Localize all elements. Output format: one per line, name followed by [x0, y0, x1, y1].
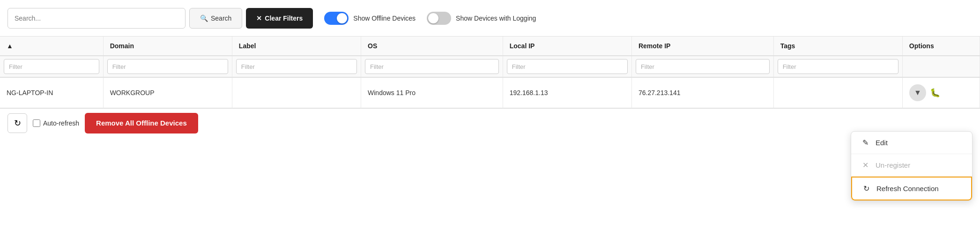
remove-offline-label: Remove All Offline Devices: [96, 119, 187, 127]
refresh-icon: ↻: [14, 118, 21, 128]
cell-os: Windows 11 Pro: [361, 77, 503, 108]
col-header-name[interactable]: ▲: [0, 37, 103, 56]
search-button-label: Search: [211, 15, 231, 22]
col-header-os[interactable]: OS: [361, 37, 503, 56]
refresh-button[interactable]: ↻: [7, 113, 27, 133]
col-header-options: Options: [902, 37, 980, 56]
chevron-down-icon: ▼: [914, 89, 921, 97]
filter-cell-tags: [773, 56, 902, 77]
clear-filters-label: Clear Filters: [265, 15, 303, 22]
clear-filters-button[interactable]: ✕ Clear Filters: [246, 8, 313, 29]
col-header-localip[interactable]: Local IP: [503, 37, 631, 56]
filter-cell-localip: [503, 56, 631, 77]
search-input[interactable]: [7, 8, 186, 29]
show-offline-group: Show Offline Devices: [324, 12, 416, 25]
unregister-icon: ✕: [861, 161, 870, 170]
table-filter-row: [0, 56, 980, 77]
toggle-thumb-offline: [337, 13, 347, 23]
menu-item-unregister-label: Un-register: [876, 161, 910, 169]
options-cell-content: ▼ 🐛: [909, 84, 973, 101]
options-dropdown-menu: ✎ Edit ✕ Un-register ↻ Refresh Connectio…: [851, 131, 973, 201]
search-button[interactable]: 🔍 Search: [189, 8, 242, 29]
show-logging-label: Show Devices with Logging: [456, 15, 536, 22]
filter-cell-domain: [103, 56, 232, 77]
table-row: NG-LAPTOP-IN WORKGROUP Windows 11 Pro 19…: [0, 77, 980, 108]
filter-cell-name: [0, 56, 103, 77]
options-dropdown-button[interactable]: ▼: [909, 84, 926, 101]
menu-item-refresh-connection[interactable]: ↻ Refresh Connection: [851, 177, 972, 200]
filter-cell-os: [361, 56, 503, 77]
menu-item-unregister[interactable]: ✕ Un-register: [851, 154, 972, 177]
filter-input-label[interactable]: [236, 59, 357, 74]
filter-input-os[interactable]: [365, 59, 499, 74]
cell-label: [232, 77, 361, 108]
filter-input-remoteip[interactable]: [636, 59, 770, 74]
filter-input-tags[interactable]: [778, 59, 898, 74]
cell-remoteip: 76.27.213.141: [631, 77, 773, 108]
cell-tags: [773, 77, 902, 108]
cell-options: ▼ 🐛: [902, 77, 980, 108]
devices-table: ▲ Domain Label OS Local IP Remote IP Tag…: [0, 37, 980, 108]
cell-name: NG-LAPTOP-IN: [0, 77, 103, 108]
close-icon: ✕: [256, 15, 262, 22]
auto-refresh-checkbox[interactable]: [33, 119, 40, 127]
edit-icon: ✎: [861, 138, 870, 147]
filter-cell-label: [232, 56, 361, 77]
col-header-tags[interactable]: Tags: [773, 37, 902, 56]
cell-domain: WORKGROUP: [103, 77, 232, 108]
table-header-row: ▲ Domain Label OS Local IP Remote IP Tag…: [0, 37, 980, 56]
devices-table-wrapper: ▲ Domain Label OS Local IP Remote IP Tag…: [0, 37, 980, 108]
col-header-remoteip[interactable]: Remote IP: [631, 37, 773, 56]
filter-cell-options: [902, 56, 980, 77]
auto-refresh-label: Auto-refresh: [43, 119, 79, 127]
bug-icon[interactable]: 🐛: [930, 88, 940, 98]
filter-input-domain[interactable]: [107, 59, 228, 74]
toolbar: 🔍 Search ✕ Clear Filters Show Offline De…: [0, 0, 980, 37]
cell-localip: 192.168.1.13: [503, 77, 631, 108]
refresh-connection-icon: ↻: [861, 184, 871, 193]
search-icon: 🔍: [200, 15, 208, 22]
toggle-thumb-logging: [428, 13, 438, 23]
menu-item-edit[interactable]: ✎ Edit: [851, 132, 972, 154]
filter-cell-remoteip: [631, 56, 773, 77]
show-offline-toggle[interactable]: [324, 12, 349, 25]
menu-item-edit-label: Edit: [876, 139, 888, 147]
col-header-label[interactable]: Label: [232, 37, 361, 56]
filter-input-name[interactable]: [4, 59, 99, 74]
auto-refresh-checkbox-label[interactable]: Auto-refresh: [33, 119, 79, 127]
show-logging-group: Show Devices with Logging: [427, 12, 536, 25]
filter-input-localip[interactable]: [507, 59, 628, 74]
bottom-bar: ↻ Auto-refresh Remove All Offline Device…: [0, 108, 980, 137]
show-logging-toggle[interactable]: [427, 12, 451, 25]
remove-offline-button[interactable]: Remove All Offline Devices: [85, 113, 198, 133]
col-header-domain[interactable]: Domain: [103, 37, 232, 56]
show-offline-label: Show Offline Devices: [353, 15, 416, 22]
menu-item-refresh-connection-label: Refresh Connection: [876, 185, 939, 193]
